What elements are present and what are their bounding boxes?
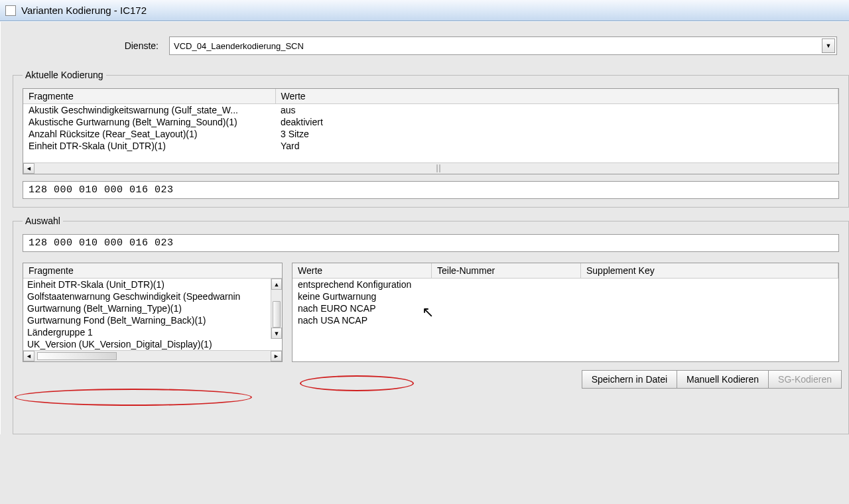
content-area: Dienste: VCD_04_Laenderkodierung_SCN ▼ A…: [0, 21, 849, 434]
title-bar: Varianten Kodierung - IC172: [0, 0, 849, 21]
col-werte[interactable]: Werte: [275, 89, 838, 104]
manual-coding-button[interactable]: Manuell Kodieren: [677, 370, 769, 389]
scroll-left-icon[interactable]: ◄: [23, 163, 34, 174]
table-row[interactable]: Akustische Gurtwarnung (Belt_Warning_Sou…: [23, 116, 838, 128]
scroll-track[interactable]: [34, 163, 838, 174]
list-item[interactable]: Gurtwarnung (Belt_Warning_Type)(1): [23, 302, 282, 314]
aktuelle-code[interactable]: 128 000 010 000 016 023: [23, 181, 839, 199]
list-item[interactable]: nach EURO NCAP: [293, 302, 838, 314]
col-fragmente[interactable]: Fragmente: [23, 89, 275, 104]
table-row[interactable]: Einheit DTR-Skala (Unit_DTR)(1)Yard: [23, 140, 838, 152]
werte-header-row: Werte Teile-Nummer Supplement Key: [293, 263, 838, 279]
scroll-right-icon[interactable]: ►: [271, 351, 282, 361]
dienste-row: Dienste: VCD_04_Laenderkodierung_SCN ▼: [13, 36, 849, 55]
table-row[interactable]: Anzahl Rücksitze (Rear_Seat_Layout)(1)3 …: [23, 128, 838, 140]
col-teile-nummer[interactable]: Teile-Nummer: [432, 263, 581, 278]
list-item[interactable]: Einheit DTR-Skala (Unit_DTR)(1): [23, 279, 282, 290]
auswahl-legend: Auswahl: [23, 216, 63, 226]
aktuelle-legend: Aktuelle Kodierung: [23, 70, 106, 80]
save-to-file-button[interactable]: Speichern in Datei: [582, 370, 677, 389]
list-item[interactable]: entsprechend Konfiguration: [293, 279, 838, 290]
scroll-track[interactable]: [34, 351, 271, 361]
fragmente-header[interactable]: Fragmente: [23, 263, 282, 279]
dienste-value: VCD_04_Laenderkodierung_SCN: [174, 41, 304, 51]
sg-coding-button: SG-Kodieren: [768, 370, 842, 389]
col-werte[interactable]: Werte: [293, 263, 432, 278]
list-item[interactable]: Gurtwarnung Fond (Belt_Warning_Back)(1): [23, 314, 282, 326]
list-item[interactable]: keine Gurtwarnung: [293, 290, 838, 302]
table-row[interactable]: Akustik Geschwindigkeitswarnung (Gulf_st…: [23, 104, 838, 117]
v-scrollbar[interactable]: ▲ ▼: [271, 279, 282, 339]
dienste-label: Dienste:: [13, 40, 169, 51]
list-item[interactable]: Golfstaatenwarnung Geschwindigkeit (Spee…: [23, 290, 282, 302]
list-item[interactable]: UK_Version (UK_Version_Digital_Display)(…: [23, 338, 282, 350]
aktuelle-table[interactable]: Fragmente Werte Akustik Geschwindigkeits…: [23, 88, 839, 174]
chevron-down-icon[interactable]: ▼: [822, 38, 835, 53]
col-supplement-key[interactable]: Supplement Key: [581, 263, 838, 278]
auswahl-code[interactable]: 128 000 010 000 016 023: [23, 234, 839, 252]
fragmente-list: Einheit DTR-Skala (Unit_DTR)(1) Golfstaa…: [23, 279, 282, 350]
h-scrollbar[interactable]: ◄ ►: [23, 350, 282, 361]
window-title: Varianten Kodierung - IC172: [21, 5, 147, 16]
scroll-left-icon[interactable]: ◄: [23, 351, 34, 361]
werte-list: entsprechend Konfiguration keine Gurtwar…: [293, 279, 838, 326]
fragmente-panel: Fragmente Einheit DTR-Skala (Unit_DTR)(1…: [23, 263, 283, 362]
dienste-combo[interactable]: VCD_04_Laenderkodierung_SCN ▼: [169, 36, 837, 55]
app-icon: [5, 5, 16, 16]
h-scrollbar[interactable]: ◄: [23, 162, 838, 174]
werte-panel: Werte Teile-Nummer Supplement Key entspr…: [292, 263, 839, 362]
scroll-track[interactable]: [271, 290, 282, 328]
scroll-down-icon[interactable]: ▼: [271, 328, 282, 339]
scroll-up-icon[interactable]: ▲: [271, 279, 282, 290]
auswahl-group: Auswahl 128 000 010 000 016 023 Fragment…: [13, 216, 849, 434]
button-bar: Speichern in Datei Manuell Kodieren SG-K…: [582, 370, 842, 389]
list-item[interactable]: Ländergruppe 1: [23, 326, 282, 338]
aktuelle-kodierung-group: Aktuelle Kodierung Fragmente Werte Akust…: [13, 70, 849, 208]
list-item[interactable]: nach USA NCAP: [293, 314, 838, 326]
